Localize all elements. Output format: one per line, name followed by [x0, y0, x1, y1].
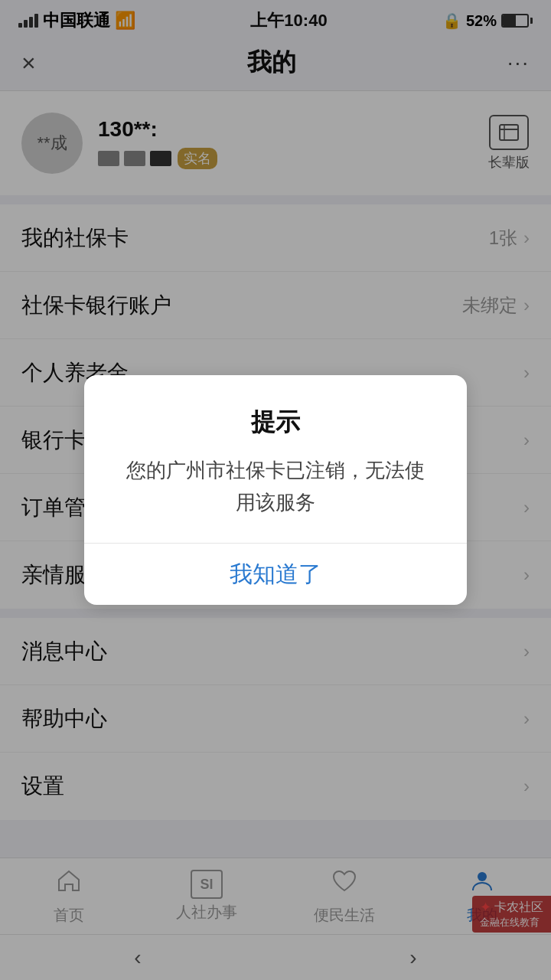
- modal-overlay: 提示 您的广州市社保卡已注销，无法使用该服务 我知道了: [0, 0, 551, 980]
- dialog-body: 提示 您的广州市社保卡已注销，无法使用该服务: [84, 375, 467, 543]
- dialog-title: 提示: [115, 406, 436, 439]
- dialog: 提示 您的广州市社保卡已注销，无法使用该服务 我知道了: [84, 375, 467, 605]
- dialog-confirm-button[interactable]: 我知道了: [84, 544, 467, 605]
- dialog-message: 您的广州市社保卡已注销，无法使用该服务: [115, 455, 436, 518]
